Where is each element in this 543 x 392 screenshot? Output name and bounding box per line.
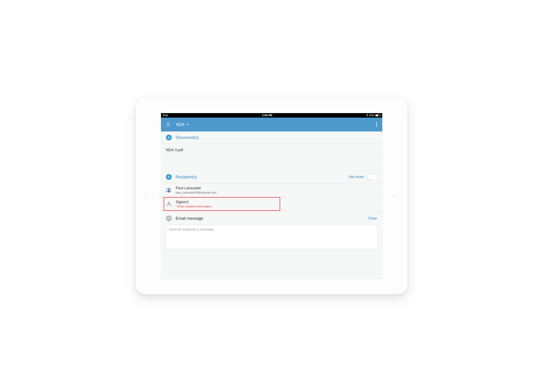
close-icon[interactable] (166, 122, 170, 127)
set-order-control: Set order (349, 174, 377, 180)
svg-point-1 (376, 124, 377, 125)
tablet-frame: iPad 2:08 PM 53% NDA (136, 98, 407, 294)
clock: 2:08 PM (262, 114, 272, 117)
documents-spacer (161, 157, 382, 171)
content-area: Document(s) NDA 3.pdf Recipient(s) Set o… (161, 131, 382, 279)
clear-button[interactable]: Clear (368, 216, 377, 221)
add-document-button[interactable] (166, 135, 172, 141)
device-label: iPad (163, 114, 168, 117)
document-title: NDA (176, 122, 185, 127)
set-order-toggle[interactable] (367, 174, 377, 180)
svg-point-5 (168, 202, 170, 204)
svg-point-4 (168, 189, 169, 190)
set-order-label: Set order (349, 175, 364, 179)
document-filename: NDA 3.pdf (166, 148, 183, 152)
document-title-dropdown[interactable]: NDA (176, 122, 190, 127)
document-row[interactable]: NDA 3.pdf (161, 144, 382, 157)
battery-icon (375, 114, 380, 116)
recipient-row[interactable]: Paul Lancaster paul_lancaster30@hotmail.… (161, 183, 382, 197)
add-recipient-button[interactable] (166, 174, 172, 180)
battery-percent: 53% (369, 114, 374, 117)
more-menu-icon[interactable] (376, 122, 377, 127)
recipient-email: paul_lancaster30@hotmail.com (176, 191, 216, 194)
screen: iPad 2:08 PM 53% NDA (161, 113, 382, 279)
svg-point-2 (376, 126, 377, 127)
mail-icon (166, 216, 172, 221)
camera-dot (393, 195, 394, 197)
chevron-down-icon (187, 122, 190, 127)
message-input[interactable] (169, 227, 374, 247)
bluetooth-icon (366, 114, 368, 117)
recipient-error: * Enter recipient information (176, 205, 212, 208)
person-filled-icon (166, 188, 172, 193)
home-button[interactable] (145, 192, 154, 200)
email-label: Email message (176, 216, 203, 221)
message-box (166, 225, 377, 249)
app-header: NDA (161, 118, 382, 131)
recipient-name: Signer1 (176, 200, 212, 204)
recipient-row[interactable]: Signer1 * Enter recipient information (161, 197, 382, 211)
email-section-header: Email message Clear (161, 211, 382, 224)
documents-section-header: Document(s) (161, 131, 382, 144)
person-outline-icon (166, 201, 172, 207)
recipient-name: Paul Lancaster (176, 186, 216, 190)
svg-point-0 (376, 122, 377, 123)
status-bar: iPad 2:08 PM 53% (161, 113, 382, 118)
recipients-label: Recipient(s) (176, 175, 197, 179)
documents-label: Document(s) (176, 135, 199, 140)
recipients-section-header: Recipient(s) Set order (161, 171, 382, 183)
